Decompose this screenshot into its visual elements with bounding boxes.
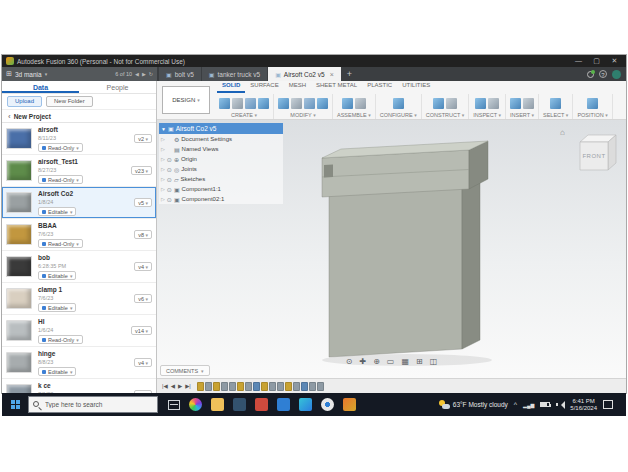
ribbon-group-label[interactable]: INSPECT ▾ [473, 112, 501, 119]
tool-icon[interactable] [393, 98, 404, 109]
visibility-eye-icon[interactable]: ⊙ [167, 186, 172, 193]
new-document-button[interactable]: + [342, 67, 357, 81]
component-feature-icon[interactable] [301, 382, 308, 391]
close-tab-icon[interactable]: × [330, 71, 334, 78]
access-dropdown[interactable]: Editable▾ [38, 207, 76, 216]
ribbon-tab-surface[interactable]: SURFACE [245, 81, 283, 93]
close-button[interactable]: ✕ [607, 55, 622, 67]
ribbon-group-label[interactable]: INSERT ▾ [510, 112, 534, 119]
ribbon-tab-solid[interactable]: SOLID [217, 81, 245, 93]
start-button[interactable] [2, 393, 28, 416]
browser-node[interactable]: ▷⊙▣Component02:1 [159, 194, 283, 204]
view-cube[interactable]: ⌂ FRONT [560, 126, 618, 178]
version-badge[interactable]: v2 ▾ [134, 134, 152, 143]
expand-icon[interactable]: ▷ [161, 156, 165, 162]
file-explorer-icon[interactable] [211, 398, 224, 411]
help-icon[interactable]: ? [599, 70, 607, 78]
data-panel-tab-data[interactable]: Data [2, 81, 79, 93]
expand-icon[interactable]: ▷ [161, 196, 165, 202]
fusion360-icon[interactable] [343, 398, 356, 411]
visibility-eye-icon[interactable]: ⊙ [167, 166, 172, 173]
tool-icon[interactable] [523, 98, 534, 109]
prev-page-icon[interactable]: ◀ [135, 71, 139, 77]
ribbon-group-label[interactable]: ASSEMBLE ▾ [337, 112, 371, 119]
tray-expand-icon[interactable]: ^ [514, 401, 517, 408]
tool-icon[interactable] [446, 98, 457, 109]
tool-icon[interactable] [587, 98, 598, 109]
file-item[interactable]: bob6:28:35 PMEditable▾v4 ▾ [2, 251, 156, 283]
taskbar-search[interactable] [28, 396, 158, 413]
browser-root-node[interactable]: ▼ ▣ Airsoft Co2 v5 [159, 123, 283, 134]
visibility-eye-icon[interactable]: ⊙ [167, 176, 172, 183]
weather-widget[interactable]: 63°F Mostly cloudy [439, 400, 508, 409]
feature-feature-icon[interactable] [205, 382, 212, 391]
browser-node[interactable]: ▷⊙◎Joints [159, 164, 283, 174]
tool-icon[interactable] [245, 98, 256, 109]
visibility-eye-icon[interactable]: ⊙ [167, 156, 172, 163]
tool-icon[interactable] [219, 98, 230, 109]
maximize-button[interactable]: ▢ [589, 55, 604, 67]
tool-icon[interactable] [510, 98, 521, 109]
tool-icon[interactable] [232, 98, 243, 109]
version-badge[interactable]: v5 ▾ [134, 198, 152, 207]
sketch-feature-icon[interactable] [261, 382, 268, 391]
file-item[interactable]: k ce7/6/23Read-Only▾v4 ▾ [2, 379, 156, 393]
settings-app-icon[interactable] [233, 398, 246, 411]
search-input[interactable] [29, 400, 157, 409]
feature-feature-icon[interactable] [317, 382, 324, 391]
comments-button[interactable]: COMMENTS ▾ [160, 365, 210, 376]
ribbon-tab-utilities[interactable]: UTILITIES [397, 81, 435, 93]
browser-node[interactable]: ▷⊙⊕Origin [159, 154, 283, 164]
data-panel-toggle-icon[interactable]: ⊞ [6, 67, 12, 81]
pan-icon[interactable]: ✚ [359, 357, 366, 366]
version-badge[interactable]: v4 ▾ [134, 358, 152, 367]
document-tab[interactable]: ▣bolt v5 [159, 67, 201, 81]
browser-node[interactable]: ▷⊙▱Sketches [159, 174, 283, 184]
go-to-start-icon[interactable]: |◀ [162, 383, 168, 389]
ribbon-group-label[interactable]: CONFIGURE ▾ [380, 112, 417, 119]
orbit-icon[interactable]: ⊙ [346, 357, 353, 366]
tool-icon[interactable] [475, 98, 486, 109]
tool-icon[interactable] [488, 98, 499, 109]
tool-icon[interactable] [258, 98, 269, 109]
ribbon-tab-plastic[interactable]: PLASTIC [362, 81, 397, 93]
tool-icon[interactable] [317, 98, 328, 109]
ribbon-group-label[interactable]: SELECT ▾ [543, 112, 568, 119]
file-item[interactable]: clamp 17/6/23Editable▾v6 ▾ [2, 283, 156, 315]
feature-feature-icon[interactable] [269, 382, 276, 391]
browser-node[interactable]: ▷⊙▣Component1:1 [159, 184, 283, 194]
grid-settings-icon[interactable]: ⊞ [416, 357, 423, 366]
task-view-icon[interactable] [168, 400, 180, 410]
next-page-icon[interactable]: ▶ [142, 71, 146, 77]
project-name[interactable]: 3d mania [15, 71, 42, 78]
visibility-eye-icon[interactable]: ⊙ [167, 196, 172, 203]
notification-bell-icon[interactable] [587, 71, 594, 78]
sketch-feature-icon[interactable] [197, 382, 204, 391]
step-forward-icon[interactable]: ▶| [185, 383, 191, 389]
expand-icon[interactable]: ▷ [161, 176, 165, 182]
avatar[interactable] [612, 70, 621, 79]
version-badge[interactable]: v4 ▾ [134, 262, 152, 271]
display-settings-icon[interactable]: ▦ [401, 357, 409, 366]
tool-icon[interactable] [433, 98, 444, 109]
new-folder-button[interactable]: New Folder [46, 96, 93, 107]
expand-icon[interactable]: ▷ [161, 166, 165, 172]
file-item[interactable]: hinge8/8/23Editable▾v4 ▾ [2, 347, 156, 379]
tool-icon[interactable] [291, 98, 302, 109]
access-dropdown[interactable]: Read-Only▾ [38, 143, 83, 152]
version-badge[interactable]: v14 ▾ [131, 326, 152, 335]
action-center-icon[interactable] [603, 400, 613, 409]
access-dropdown[interactable]: Editable▾ [38, 271, 76, 280]
version-badge[interactable]: v6 ▾ [134, 294, 152, 303]
browser-node[interactable]: ▷⊙⚙Document Settings [159, 134, 283, 144]
browser-node[interactable]: ▷⊙▤Named Views [159, 144, 283, 154]
access-dropdown[interactable]: Read-Only▾ [38, 239, 83, 248]
upload-button[interactable]: Upload [7, 96, 42, 107]
data-panel-tab-people[interactable]: People [79, 81, 156, 93]
viewports-icon[interactable]: ◫ [430, 357, 438, 366]
play-icon[interactable]: ▶ [178, 383, 182, 389]
access-dropdown[interactable]: Read-Only▾ [38, 335, 83, 344]
document-tab[interactable]: ▣tanker truck v5 [202, 67, 267, 81]
ribbon-group-label[interactable]: MODIFY ▾ [278, 112, 328, 119]
ribbon-group-label[interactable]: CREATE ▾ [219, 112, 269, 119]
